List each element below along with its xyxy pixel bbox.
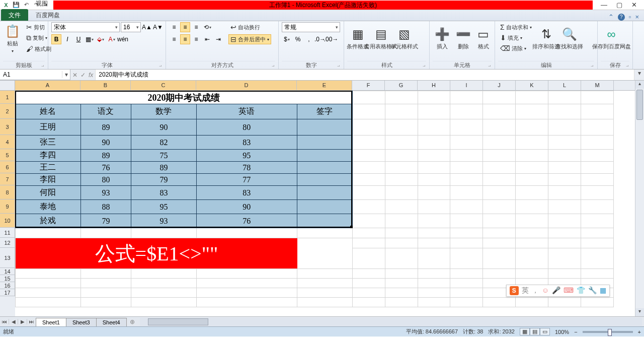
ime-skin-icon[interactable]: 👕	[577, 286, 585, 295]
col-header-D[interactable]: D	[196, 81, 297, 90]
sheet-nav-last[interactable]: ⏭	[27, 319, 36, 324]
col-header-L[interactable]: L	[548, 81, 581, 90]
name-box-input[interactable]	[0, 71, 62, 78]
align-center-button[interactable]: ≡	[180, 34, 190, 44]
clear-button[interactable]: ⌫清除▾	[498, 43, 534, 53]
expand-formula-bar[interactable]: ▾	[634, 70, 644, 80]
font-color-button[interactable]: A	[107, 34, 117, 44]
save-baidu-button[interactable]: ∞保存到百度网盘	[601, 22, 622, 55]
name-box[interactable]: ▾	[0, 70, 70, 80]
shrink-font-button[interactable]: A▼	[153, 22, 163, 32]
accounting-button[interactable]: $	[282, 34, 292, 44]
save-icon[interactable]: 💾	[12, 1, 20, 9]
percent-button[interactable]: %	[293, 34, 303, 44]
phonetic-button[interactable]: wén	[118, 34, 128, 44]
row-header-11[interactable]: 11	[0, 228, 15, 238]
ime-keyboard-icon[interactable]: ⌨	[564, 286, 574, 295]
ime-menu-icon[interactable]: ▦	[600, 286, 606, 295]
col-header-A[interactable]: A	[15, 81, 80, 90]
col-header-H[interactable]: H	[418, 81, 450, 90]
wrap-text-button[interactable]: ↩自动换行	[228, 22, 271, 32]
row-header-3[interactable]: 3	[0, 119, 15, 135]
minimize-button[interactable]: —	[601, 1, 607, 9]
bold-button[interactable]: B	[51, 34, 61, 44]
indent-inc-button[interactable]: ⇥	[213, 34, 223, 44]
select-all-corner[interactable]	[0, 81, 15, 91]
font-name-combo[interactable]: 宋体	[51, 22, 120, 32]
row-header-12[interactable]: 12	[0, 238, 15, 248]
new-sheet-button[interactable]: ⊕	[127, 318, 138, 325]
sort-filter-button[interactable]: ⇅排序和筛选	[536, 22, 557, 55]
tab-file[interactable]: 文件	[1, 9, 28, 21]
col-header-I[interactable]: I	[450, 81, 483, 90]
maximize-button[interactable]: ▢	[616, 1, 622, 9]
row-header-10[interactable]: 10	[0, 214, 15, 228]
row-header-5[interactable]: 5	[0, 149, 15, 161]
sheet-nav-first[interactable]: ⏮	[0, 319, 9, 324]
zoom-in-button[interactable]: +	[638, 329, 641, 335]
row-header-15[interactable]: 15	[0, 275, 15, 282]
cancel-formula-icon[interactable]: ✕	[72, 72, 77, 79]
sheet-tab-Sheet3[interactable]: Sheet3	[66, 318, 97, 326]
window-close2-icon[interactable]: ×	[635, 13, 639, 21]
ime-emoji-icon[interactable]: ☺	[542, 286, 549, 295]
align-right-button[interactable]: ≡	[191, 34, 201, 44]
col-header-F[interactable]: F	[352, 81, 385, 90]
align-bottom-button[interactable]: ≡	[191, 22, 201, 32]
dec-decimal-button[interactable]: .00→	[326, 34, 336, 44]
name-box-dropdown[interactable]: ▾	[62, 71, 70, 78]
minimize-ribbon-icon[interactable]: ⌃	[608, 13, 614, 21]
help-icon[interactable]: ?	[618, 14, 625, 21]
ime-toolbar[interactable]: S 英 ， ☺ 🎤 ⌨ 👕 🔧 ▦	[506, 285, 610, 297]
row-headers[interactable]: 1234567891011121314151617	[0, 91, 15, 316]
row-header-13[interactable]: 13	[0, 248, 15, 268]
cells-area[interactable]: 2020期中考试成绩姓名语文数学英语签字王明899080张三908283李四89…	[15, 91, 635, 316]
merge-center-button[interactable]: ⊟合并后居中▾	[228, 34, 271, 44]
row-header-9[interactable]: 9	[0, 199, 15, 214]
align-top-button[interactable]: ≡	[169, 22, 179, 32]
horizontal-scrollbar[interactable]	[140, 318, 642, 326]
ime-lang[interactable]: 英	[522, 286, 529, 295]
row-header-8[interactable]: 8	[0, 185, 15, 199]
comma-button[interactable]: ,	[304, 34, 314, 44]
row-header-6[interactable]: 6	[0, 161, 15, 173]
sheet-tab-Sheet4[interactable]: Sheet4	[96, 318, 127, 326]
col-header-B[interactable]: B	[80, 81, 131, 90]
row-header-2[interactable]: 2	[0, 104, 15, 119]
align-middle-button[interactable]: ≡	[180, 22, 190, 32]
sheet-tab-Sheet1[interactable]: Sheet1	[36, 318, 66, 326]
col-header-C[interactable]: C	[131, 81, 196, 90]
underline-button[interactable]: U	[73, 34, 84, 44]
number-format-combo[interactable]: 常规	[282, 22, 340, 32]
indent-dec-button[interactable]: ⇤	[202, 34, 212, 44]
sheet-nav-prev[interactable]: ◀	[9, 319, 18, 324]
delete-cells-button[interactable]: ➖删除	[454, 22, 473, 55]
row-header-1[interactable]: 1	[0, 91, 15, 104]
fx-icon[interactable]: fx	[89, 72, 93, 79]
ime-punct-icon[interactable]: ，	[532, 286, 539, 295]
formula-bar[interactable]: 2020期中考试成绩	[95, 70, 634, 80]
ime-tool-icon[interactable]: 🔧	[588, 286, 597, 295]
autosum-button[interactable]: Σ自动求和▾	[498, 22, 534, 32]
col-header-G[interactable]: G	[385, 81, 418, 90]
row-header-7[interactable]: 7	[0, 173, 15, 185]
col-header-K[interactable]: K	[516, 81, 548, 90]
view-buttons[interactable]: ▦▤▭	[520, 328, 550, 335]
row-header-14[interactable]: 14	[0, 268, 15, 275]
sheet-nav[interactable]: ⏮ ◀ ▶ ⏭	[0, 319, 36, 324]
grow-font-button[interactable]: A▲	[142, 22, 152, 32]
row-header-17[interactable]: 17	[0, 289, 15, 296]
fill-button[interactable]: ⬇填充▾	[498, 33, 534, 43]
format-as-table-button[interactable]: ▤套用表格格式	[370, 22, 391, 55]
cell-styles-button[interactable]: ▧单元格样式	[393, 22, 415, 55]
align-left-button[interactable]: ≡	[169, 34, 179, 44]
row-header-4[interactable]: 4	[0, 135, 15, 149]
sheet-nav-next[interactable]: ▶	[18, 319, 27, 324]
format-cells-button[interactable]: ▭格式	[475, 22, 492, 55]
col-header-E[interactable]: E	[297, 81, 352, 90]
border-button[interactable]: ▦	[85, 34, 95, 44]
orientation-button[interactable]: ⟲	[202, 22, 212, 32]
zoom-value[interactable]: 100%	[555, 329, 569, 335]
row-header-16[interactable]: 16	[0, 282, 15, 289]
font-size-combo[interactable]: 16	[121, 22, 141, 32]
